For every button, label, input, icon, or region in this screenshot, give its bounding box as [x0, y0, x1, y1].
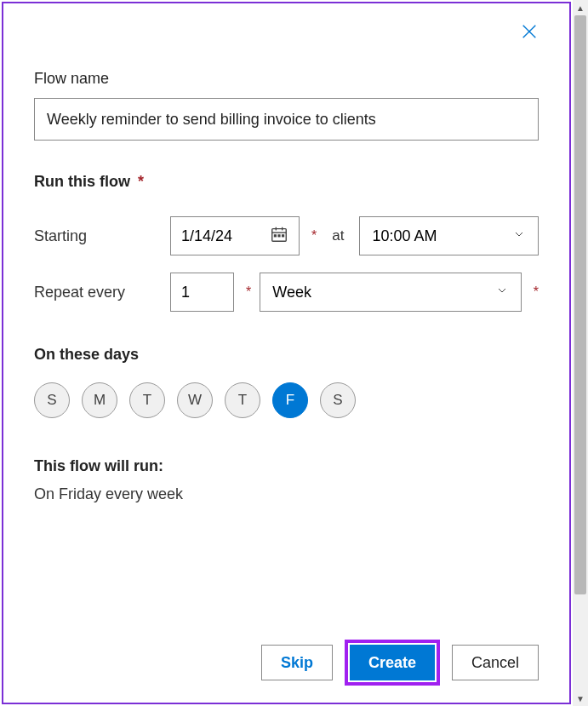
- repeat-count-input[interactable]: [170, 273, 234, 312]
- svg-rect-7: [278, 234, 280, 236]
- day-tuesday[interactable]: T: [129, 382, 165, 418]
- day-monday[interactable]: M: [82, 382, 117, 418]
- required-marker: *: [138, 173, 144, 190]
- day-wednesday[interactable]: W: [177, 382, 213, 418]
- start-time-value: 10:00 AM: [372, 227, 437, 245]
- svg-rect-8: [283, 234, 284, 236]
- scroll-up-icon[interactable]: ▲: [573, 0, 588, 15]
- repeat-unit-value: Week: [272, 284, 311, 301]
- flow-name-label: Flow name: [34, 70, 539, 88]
- flow-name-input[interactable]: [34, 98, 539, 141]
- chevron-down-icon: [512, 227, 526, 245]
- starting-label: Starting: [34, 227, 162, 245]
- at-label: at: [332, 227, 344, 244]
- scrollbar[interactable]: ▲ ▼: [573, 0, 588, 706]
- run-this-flow-label: Run this flow *: [34, 173, 539, 191]
- required-marker: *: [534, 284, 539, 300]
- start-date-input[interactable]: 1/14/24: [170, 216, 300, 255]
- scroll-down-icon[interactable]: ▼: [573, 691, 588, 706]
- scroll-thumb[interactable]: [574, 15, 586, 594]
- repeat-every-label: Repeat every: [34, 284, 162, 301]
- day-thursday[interactable]: T: [225, 382, 260, 418]
- days-selector: S M T W T F S: [34, 382, 539, 418]
- dialog-footer: Skip Create Cancel: [34, 640, 539, 686]
- start-time-select[interactable]: 10:00 AM: [359, 216, 539, 255]
- on-these-days-label: On these days: [34, 346, 539, 364]
- required-marker: *: [311, 228, 317, 244]
- repeat-unit-select[interactable]: Week: [260, 273, 522, 312]
- day-sunday[interactable]: S: [34, 382, 70, 418]
- summary-label: This flow will run:: [34, 457, 539, 475]
- skip-button[interactable]: Skip: [261, 645, 333, 680]
- create-button[interactable]: Create: [350, 645, 435, 680]
- close-icon[interactable]: [520, 22, 539, 44]
- summary-text: On Friday every week: [34, 485, 539, 503]
- scroll-track[interactable]: [573, 15, 588, 691]
- day-saturday[interactable]: S: [320, 382, 356, 418]
- day-friday[interactable]: F: [272, 382, 308, 418]
- start-date-value: 1/14/24: [181, 227, 232, 245]
- cancel-button[interactable]: Cancel: [452, 645, 539, 680]
- flow-schedule-dialog: Flow name Run this flow * Starting 1/14/…: [2, 2, 571, 704]
- highlight-box: Create: [345, 640, 440, 686]
- calendar-icon[interactable]: [270, 225, 288, 248]
- chevron-down-icon: [495, 284, 509, 301]
- required-marker: *: [246, 284, 251, 300]
- run-this-flow-text: Run this flow: [34, 173, 130, 190]
- svg-rect-6: [275, 234, 277, 236]
